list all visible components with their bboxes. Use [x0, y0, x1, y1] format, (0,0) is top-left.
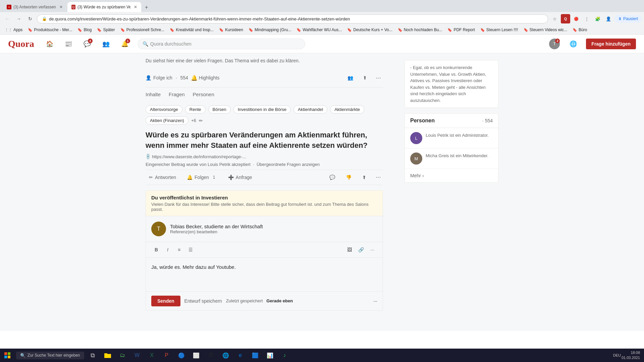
- people-icon-space[interactable]: 👥: [344, 72, 356, 84]
- tag-boersen[interactable]: Börsen: [208, 105, 231, 114]
- extensions-button[interactable]: 🧩: [593, 14, 602, 23]
- frage-hinzufuegen-button[interactable]: Frage hinzufügen: [586, 39, 636, 49]
- bookmark-steuern-videos[interactable]: 🔖 Steuern Videos wic...: [522, 27, 570, 33]
- link-insert-button[interactable]: 🔗: [356, 245, 366, 255]
- toolbar-more-button[interactable]: ···: [367, 245, 377, 255]
- bookmark-wahlfaecher[interactable]: 🔖 Wahlfächer WU Aus...: [294, 27, 344, 33]
- tag-aktienhandel[interactable]: Aktienhandel: [293, 105, 327, 114]
- request-button[interactable]: ➕ Anfrage: [225, 173, 256, 182]
- tags-area: Altersvorsorge Rente Börsen Investitione…: [146, 100, 383, 127]
- taskbar-edge[interactable]: e: [233, 349, 248, 356]
- bookmark-kreativitaet[interactable]: 🔖 Kreativität und Insp...: [168, 27, 216, 33]
- inner-content: Du siehst hier eine der vielen Fragen. D…: [138, 53, 506, 311]
- image-insert-button[interactable]: 🖼: [344, 245, 355, 255]
- share-icon-space[interactable]: ⬆: [359, 72, 371, 84]
- taskbar-app-5[interactable]: 🟦: [248, 349, 263, 356]
- bookmark-buero[interactable]: 🔖 Büro: [571, 27, 589, 33]
- author-sub[interactable]: Referenz(en) bearbeiten: [170, 229, 263, 234]
- follow-button[interactable]: 👤 Folge ich · 554: [146, 75, 188, 80]
- taskbar-app-6[interactable]: 📊: [263, 349, 277, 356]
- space-more-button[interactable]: ···: [374, 73, 383, 82]
- tag-aktienmaerkte[interactable]: Aktienmärkte: [330, 105, 364, 114]
- editor-content[interactable]: Ja, würde es. Mehr dazu auf Youtube.: [146, 258, 383, 291]
- send-button[interactable]: Senden: [151, 296, 180, 306]
- taskbar-word[interactable]: W: [130, 349, 145, 356]
- svg-rect-2: [4, 356, 7, 356]
- bookmark-star-button[interactable]: ☆: [550, 14, 559, 23]
- new-tab-button[interactable]: +: [142, 3, 151, 12]
- news-icon-button[interactable]: 📰: [62, 38, 74, 50]
- bookmark-icon-8: 🔖: [297, 28, 301, 32]
- bookmark-spaeter[interactable]: 🔖 Später: [95, 27, 117, 33]
- bookmark-hochladen[interactable]: 🔖 Noch hochladen Bu...: [396, 27, 444, 33]
- avatar-button[interactable]: T 2: [548, 38, 560, 50]
- tab-fragen[interactable]: Fragen: [169, 92, 185, 100]
- taskbar-powerpoint[interactable]: P: [159, 349, 174, 356]
- question-more-button[interactable]: ···: [374, 173, 383, 182]
- highlights-button[interactable]: 🔔 Highlights: [191, 75, 219, 81]
- ext-icon-2[interactable]: ⋮: [582, 14, 592, 23]
- back-button[interactable]: ←: [3, 14, 12, 23]
- address-bar[interactable]: 🔒 de.quora.com/q/investieren/Würde-es-zu…: [37, 14, 548, 23]
- refresh-button[interactable]: ↻: [25, 14, 35, 23]
- tag-altersvorsorge[interactable]: Altersvorsorge: [146, 105, 182, 114]
- taskbar-app-4[interactable]: ⏱: [204, 349, 218, 356]
- globe-icon-button[interactable]: 🌐: [567, 38, 579, 50]
- ordered-list-button[interactable]: ≡: [174, 245, 184, 255]
- tab-personen[interactable]: Personen: [193, 92, 214, 100]
- bold-button[interactable]: B: [151, 245, 161, 255]
- forward-button[interactable]: →: [14, 14, 23, 23]
- bookmark-mindmapping[interactable]: 🔖 Mindmapping (Gru...: [247, 27, 293, 33]
- bookmark-produktsuche[interactable]: 🔖 Produktsuche - Mer...: [26, 27, 74, 33]
- taskbar-search[interactable]: 🔍 Zur Suche Text hier eingeben: [16, 352, 84, 357]
- comment-icon-button[interactable]: 💬: [326, 173, 338, 182]
- unordered-list-button[interactable]: ☰: [185, 245, 196, 255]
- tag-rente[interactable]: Rente: [185, 105, 206, 114]
- task-view-button[interactable]: ⧉: [86, 349, 100, 356]
- meta-link[interactable]: Übergeordnete Fragen anzeigen: [257, 162, 320, 167]
- tag-investitionen[interactable]: Investitionen in die Börse: [233, 105, 291, 114]
- start-button[interactable]: [0, 349, 15, 356]
- bottom-more-button[interactable]: ···: [373, 298, 377, 304]
- sync-icon[interactable]: 👤: [604, 14, 613, 23]
- downvote-button[interactable]: 👎: [342, 173, 355, 182]
- italic-button[interactable]: I: [163, 245, 173, 255]
- community-icon-button[interactable]: 👥: [100, 38, 112, 50]
- taskbar-app-1[interactable]: 🗂: [115, 349, 130, 356]
- tab-close-2[interactable]: ✕: [134, 5, 137, 9]
- paused-button[interactable]: ⏸ Pausiert: [614, 15, 641, 22]
- taskbar-excel[interactable]: X: [145, 349, 159, 356]
- bookmark-pdf[interactable]: 🔖 PDF Report: [445, 27, 477, 33]
- questions-icon-button[interactable]: 💬 4: [81, 38, 93, 50]
- search-bar[interactable]: 🔍 Quora durchsuchen: [138, 39, 305, 49]
- taskbar-spotify[interactable]: ♪: [277, 349, 292, 356]
- follow-question-button[interactable]: 🔔 Folgen 1: [183, 173, 221, 182]
- notifications-icon-button[interactable]: 🔔 1: [119, 38, 131, 50]
- bookmark-kursideen[interactable]: 🔖 Kursideen: [217, 27, 245, 33]
- answer-button[interactable]: ✏ Antworten: [146, 173, 179, 182]
- quora-ext-icon[interactable]: Q: [561, 14, 570, 23]
- tag-edit-icon[interactable]: ✏: [199, 118, 203, 123]
- tab-close-1[interactable]: ✕: [59, 5, 63, 9]
- tag-aktien-finanzen[interactable]: Aktien (Finanzen): [146, 116, 189, 125]
- question-link-url[interactable]: https://www.daserste.de/information/repo…: [152, 154, 246, 159]
- taskbar-app-3[interactable]: ⬜: [189, 349, 204, 356]
- ext-icon-1[interactable]: 🔴: [572, 14, 581, 23]
- bookmark-professionell[interactable]: 🔖 Professionell Schre...: [118, 27, 166, 33]
- follow-icon: 👤: [146, 75, 151, 80]
- bookmark-blog[interactable]: 🔖 Blog: [75, 27, 94, 33]
- bookmark-12-label: Steuern Lesen !!!!: [486, 27, 518, 32]
- home-icon-button[interactable]: 🏠: [44, 38, 56, 50]
- draft-button[interactable]: Entwurf speichern: [184, 298, 222, 304]
- file-explorer-button[interactable]: [100, 349, 115, 356]
- share-button[interactable]: ⬆: [359, 173, 370, 182]
- mehr-button[interactable]: Mehr ›: [405, 169, 498, 182]
- bookmark-steuern-lesen[interactable]: 🔖 Steuern Lesen !!!!: [478, 27, 520, 33]
- taskbar-chrome[interactable]: 🌐: [218, 349, 233, 356]
- browser-tab-1[interactable]: A (3) Antworten verfassen ✕: [3, 2, 67, 12]
- browser-tab-2[interactable]: Q (3) Würde es zu spürbaren Verä... ✕: [67, 2, 141, 12]
- bookmark-deutsche-kurs[interactable]: 🔖 Deutsche Kurs + Vo...: [345, 27, 394, 33]
- tab-inhalte[interactable]: Inhalte: [146, 92, 161, 100]
- bookmark-apps[interactable]: ⋮⋮ Apps: [3, 27, 24, 33]
- taskbar-app-2[interactable]: 🔵: [174, 349, 189, 356]
